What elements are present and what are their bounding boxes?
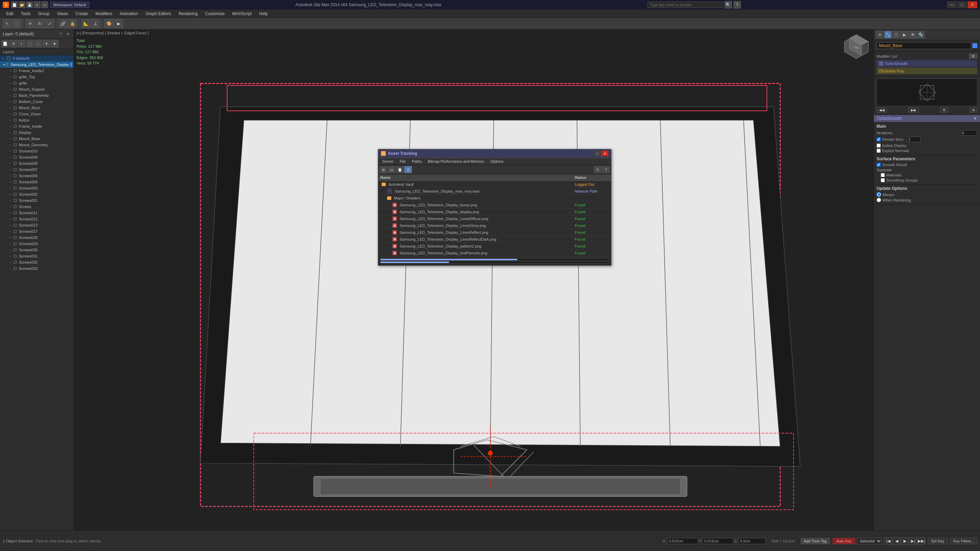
link-tool[interactable]: 🔗 — [58, 19, 67, 28]
menu-item-graph editors[interactable]: Graph Editors — [142, 11, 175, 17]
layer-item[interactable]: ◦Screws029 — [0, 241, 73, 247]
material-editor[interactable]: 🎨 — [104, 19, 113, 28]
modifier-list-dropdown[interactable]: ▼ — [969, 54, 977, 59]
preview-btn4[interactable]: ⊕ — [970, 108, 977, 113]
layer-item[interactable]: ◦Screws032 — [0, 259, 73, 265]
when-rendering-radio[interactable] — [877, 198, 881, 202]
child-visibility[interactable] — [14, 211, 16, 214]
go-end[interactable]: ▶▶| — [918, 537, 925, 545]
menu-item-maxscript[interactable]: MAXScript — [229, 11, 255, 17]
layer-item[interactable]: ▾Samsung_LED_Television_Display — [0, 62, 73, 68]
child-visibility[interactable] — [14, 119, 16, 122]
at-row[interactable]: ▣ Samsung_LED_Television_Display_LinesRe… — [378, 229, 611, 236]
object-name-input[interactable] — [877, 42, 971, 49]
at-row[interactable]: ▣ Samsung_LED_Television_Display_LinesGl… — [378, 222, 611, 229]
preview-btn1[interactable]: ◀◀ — [877, 108, 887, 113]
layer-item[interactable]: ◦Screws027 — [0, 228, 73, 235]
child-visibility[interactable] — [14, 218, 16, 221]
child-visibility[interactable] — [14, 100, 16, 103]
at-row[interactable]: 3 Samsung_LED_Television_Display_max_vra… — [378, 188, 611, 195]
modifier-turbosmooth[interactable]: ⬡ TurboSmooth — [877, 60, 977, 67]
render-iters-input[interactable] — [907, 137, 921, 142]
rp-utilities[interactable]: 🔩 — [917, 31, 925, 38]
render-iters-checkbox[interactable] — [877, 137, 881, 141]
child-visibility[interactable] — [14, 224, 16, 227]
child-visibility[interactable] — [14, 94, 16, 97]
layer-add-selected[interactable]: ↓ — [34, 40, 42, 48]
at-row[interactable]: ▣ Samsung_LED_Television_Display_bump.pn… — [378, 202, 611, 208]
child-visibility[interactable] — [14, 113, 16, 115]
child-visibility[interactable] — [14, 88, 16, 91]
rotate-tool[interactable]: ↻ — [35, 19, 44, 28]
child-visibility[interactable] — [14, 249, 16, 251]
child-visibility[interactable] — [14, 242, 16, 245]
at-toolbar-btn3[interactable]: 📋 — [396, 166, 404, 173]
object-color[interactable] — [972, 43, 977, 48]
layer-delete[interactable]: ✕ — [10, 40, 17, 48]
at-row[interactable]: Autodesk Vault Logged Out — [378, 181, 611, 188]
search-input[interactable] — [648, 2, 723, 8]
child-visibility[interactable] — [14, 131, 16, 134]
go-start[interactable]: |◀ — [885, 537, 892, 545]
layer-item[interactable]: ◦Mount_Geometry — [0, 142, 73, 148]
viewport[interactable]: [+] [Perspective] [ Shaded + Edged Faces… — [74, 30, 873, 530]
child-visibility[interactable] — [14, 199, 16, 202]
menu-item-edit[interactable]: Edit — [3, 11, 17, 17]
toolbar-undo[interactable]: ↩ — [33, 2, 41, 8]
layer-item[interactable]: ◦Display — [0, 129, 73, 136]
layer-item[interactable]: ◦Cover_Down — [0, 111, 73, 117]
child-visibility[interactable] — [14, 143, 16, 146]
layer-item[interactable]: ◦Screws003 — [0, 185, 73, 191]
next-frame[interactable]: ▶| — [909, 537, 917, 545]
child-visibility[interactable] — [14, 76, 16, 78]
menu-item-rendering[interactable]: Rendering — [175, 11, 201, 17]
layer-item[interactable]: ◦Mount_Back — [0, 105, 73, 111]
layer-item[interactable]: ◦Screws006 — [0, 173, 73, 179]
y-input[interactable] — [702, 538, 733, 544]
at-menu-item-server[interactable]: Server — [380, 159, 396, 164]
rp-modify[interactable]: 🔧 — [884, 31, 892, 38]
layer-item[interactable]: ◦Mount_Base — [0, 136, 73, 142]
explicit-normals-checkbox[interactable] — [877, 149, 881, 153]
close-button[interactable]: ✕ — [967, 2, 977, 8]
at-row[interactable]: Maps / Shaders — [378, 195, 611, 202]
layer-item[interactable]: ◦Back_PanelsHelp — [0, 92, 73, 98]
rp-hierarchy[interactable]: ⬡ — [892, 31, 900, 38]
help-icons[interactable]: ? — [733, 1, 741, 9]
layer-item[interactable]: ◦Screws011 — [0, 210, 73, 216]
toolbar-new[interactable]: 📄 — [11, 2, 18, 8]
layer-item[interactable]: ◦grille — [0, 80, 73, 86]
x-input[interactable] — [667, 538, 698, 544]
at-toolbar-btn4[interactable]: ☰ — [404, 166, 412, 173]
at-refresh[interactable]: ↻ — [594, 166, 601, 173]
selected-dropdown[interactable]: Selected — [857, 538, 882, 545]
select-tool[interactable]: ↖ — [3, 19, 12, 28]
child-visibility[interactable] — [14, 267, 16, 270]
menu-item-customize[interactable]: Customize — [202, 11, 228, 17]
toolbar-redo[interactable]: ↪ — [41, 2, 48, 8]
child-visibility[interactable] — [14, 168, 16, 171]
set-key-btn[interactable]: Set Key — [928, 538, 947, 544]
layer-item[interactable]: ▷0 (default) — [0, 55, 73, 62]
layer-visibility[interactable] — [7, 57, 10, 60]
toolbar-open[interactable]: 📂 — [19, 2, 25, 8]
at-row[interactable]: ▣ Samsung_LED_Television_Display_display… — [378, 208, 611, 215]
smoothing-groups-checkbox[interactable] — [881, 178, 885, 182]
child-visibility[interactable] — [14, 150, 16, 152]
child-visibility[interactable] — [14, 187, 16, 189]
layer-item[interactable]: ◦Bottom_Cover — [0, 98, 73, 105]
child-visibility[interactable] — [14, 193, 16, 196]
child-visibility[interactable] — [14, 261, 16, 264]
panel-close[interactable]: ✕ — [65, 31, 71, 37]
at-toolbar-btn1[interactable]: ⊞ — [380, 166, 387, 173]
at-row[interactable]: ▣ Samsung_LED_Television_Display_LinesDi… — [378, 215, 611, 222]
layer-item[interactable]: ◦Screws002 — [0, 191, 73, 197]
iterations-input[interactable] — [960, 130, 977, 136]
menu-item-group[interactable]: Group — [35, 11, 53, 17]
layer-item[interactable]: ◦Mount_Support — [0, 86, 73, 92]
layer-item[interactable]: ◦Screws — [0, 203, 73, 210]
layer-item[interactable]: ◦Screws031 — [0, 253, 73, 259]
child-visibility[interactable] — [14, 137, 16, 140]
layer-item[interactable]: ◦button — [0, 117, 73, 123]
layer-item[interactable]: ◦Screws012 — [0, 216, 73, 222]
